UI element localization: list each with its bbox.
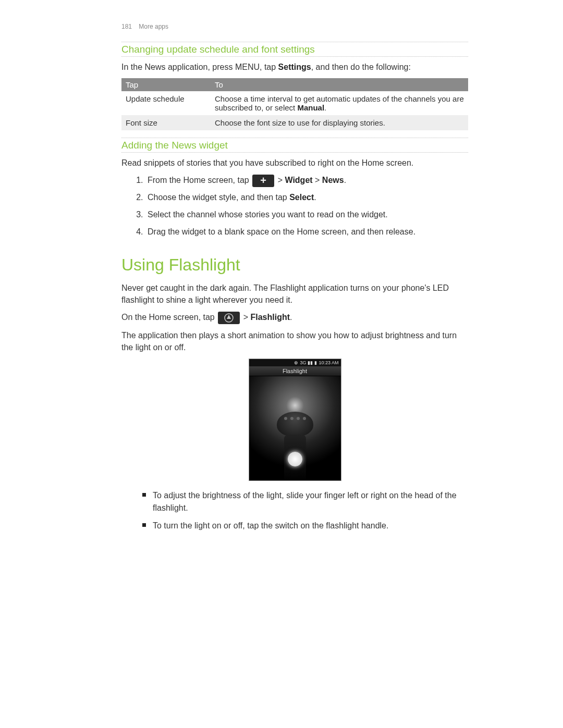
battery-icon: ▮ — [314, 360, 317, 365]
bullet-list: To adjust the brightness of the light, s… — [121, 489, 468, 532]
divider — [121, 152, 468, 153]
phone-app-title: Flashlight — [249, 366, 341, 376]
table-header-row: Tap To — [121, 78, 468, 91]
all-apps-icon — [218, 312, 240, 324]
cell-tap: Update schedule — [121, 91, 211, 115]
heading-update-settings: Changing update schedule and font settin… — [121, 44, 468, 55]
signal-bars-icon: ▮▮ — [308, 360, 313, 365]
list-item: Choose the widget style, and then tap Se… — [145, 191, 468, 204]
phone-screenshot: ⊕ 3G ▮▮ ▮ 10:23 AM Flashlight — [249, 359, 341, 481]
heading-news-widget: Adding the News widget — [121, 140, 468, 151]
list-item: To turn the light on or off, tap the swi… — [153, 520, 468, 532]
flashlight-bulb — [288, 452, 302, 466]
flashlight-head — [277, 412, 313, 437]
flashlight-dots — [284, 417, 306, 420]
flashlight-p3: The application then plays a short anima… — [121, 329, 468, 353]
th-to: To — [211, 78, 468, 91]
network-icon: 3G — [300, 360, 306, 365]
page-number: 181 — [121, 23, 137, 30]
divider — [121, 138, 468, 138]
signal-icon: ⊕ — [294, 360, 298, 365]
phone-app-body — [249, 376, 341, 480]
flashlight-p2: On the Home screen, tap > Flashlight. — [121, 311, 468, 324]
status-time: 10:23 AM — [319, 360, 338, 365]
divider — [121, 56, 468, 57]
list-item: To adjust the brightness of the light, s… — [153, 489, 468, 514]
section2-intro: Read snippets of stories that you have s… — [121, 157, 468, 169]
section-name: More apps — [139, 23, 168, 30]
cell-tap: Font size — [121, 115, 211, 130]
table-row: Font size Choose the font size to use fo… — [121, 115, 468, 130]
settings-table: Tap To Update schedule Choose a time int… — [121, 78, 468, 130]
plus-icon: + — [252, 175, 274, 187]
heading-using-flashlight: Using Flashlight — [121, 255, 468, 275]
steps-list: From the Home screen, tap + > Widget > N… — [121, 174, 468, 238]
list-item: From the Home screen, tap + > Widget > N… — [145, 174, 468, 187]
list-item: Drag the widget to a blank space on the … — [145, 226, 468, 239]
phone-status-bar: ⊕ 3G ▮▮ ▮ 10:23 AM — [249, 359, 341, 366]
cell-to: Choose the font size to use for displayi… — [211, 115, 468, 130]
th-tap: Tap — [121, 78, 211, 91]
cell-to: Choose a time interval to get automatic … — [211, 91, 468, 115]
page-header: 181 More apps — [121, 23, 468, 30]
table-row: Update schedule Choose a time interval t… — [121, 91, 468, 115]
flashlight-p1: Never get caught in the dark again. The … — [121, 282, 468, 306]
section1-intro: In the News application, press MENU, tap… — [121, 61, 468, 73]
list-item: Select the channel whose stories you wan… — [145, 208, 468, 221]
divider — [121, 42, 468, 42]
